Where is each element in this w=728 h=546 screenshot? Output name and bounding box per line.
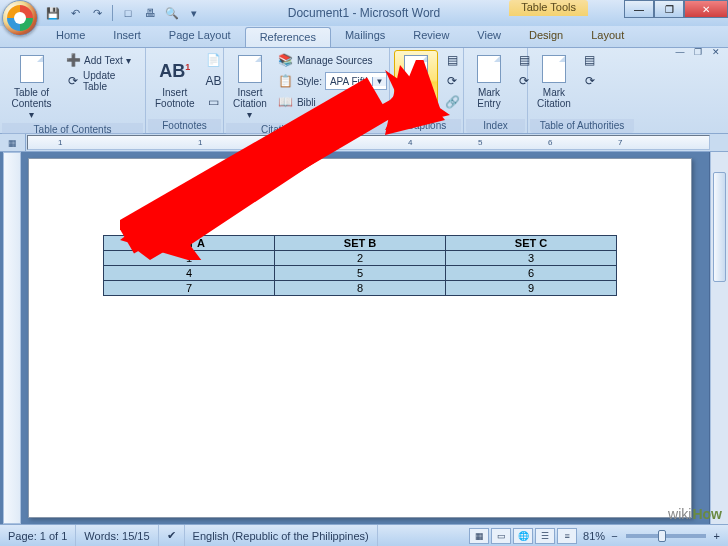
minimize-button[interactable]: ― [624,0,654,18]
table-of-contents-button[interactable]: Table of Contents ▾ [4,50,59,123]
document-table[interactable]: SET A SET B SET C 1 2 3 4 5 6 7 8 9 [103,235,617,296]
tof-icon: ▤ [444,52,460,68]
mdi-minimize[interactable]: ― [672,45,688,59]
qat-save[interactable]: 💾 [44,4,62,22]
table-cell[interactable]: 8 [275,281,446,296]
tab-mailings[interactable]: Mailings [331,26,399,47]
table-cell[interactable]: 7 [104,281,275,296]
qat-new[interactable]: □ [119,4,137,22]
group-label-index: Index [466,119,525,133]
bibliography-button[interactable]: 📖Bibli [275,92,390,112]
table-header-cell[interactable]: SET B [275,236,446,251]
view-draft[interactable]: ≡ [557,528,577,544]
tab-references[interactable]: References [245,27,331,47]
mdi-close[interactable]: ✕ [708,45,724,59]
mark-entry-button[interactable]: Mark Entry [468,50,510,112]
tab-design[interactable]: Design [515,26,577,47]
view-full-screen[interactable]: ▭ [491,528,511,544]
cross-reference-button[interactable]: 🔗 [441,92,463,112]
update-table-button[interactable]: ⟳Update Table [62,71,141,91]
style-icon: 📋 [278,73,294,89]
zoom-in-button[interactable]: + [714,530,720,542]
status-page[interactable]: Page: 1 of 1 [0,525,76,546]
qat-print[interactable]: 🖶 [141,4,159,22]
manage-sources-button[interactable]: 📚Manage Sources [275,50,390,70]
insert-caption-button[interactable]: Insert Caption [394,50,438,112]
table-row[interactable]: SET A SET B SET C [104,236,617,251]
view-print-layout[interactable]: ▦ [469,528,489,544]
qat-undo[interactable]: ↶ [66,4,84,22]
next-footnote-icon: AB [205,73,221,89]
table-cell[interactable]: 6 [446,266,617,281]
view-web-layout[interactable]: 🌐 [513,528,533,544]
qat-customize[interactable]: ▾ [185,4,203,22]
tab-view[interactable]: View [463,26,515,47]
status-proofing[interactable]: ✔ [159,525,185,546]
title-bar: 💾 ↶ ↷ □ 🖶 🔍 ▾ Document1 - Microsoft Word… [0,0,728,26]
tab-home[interactable]: Home [42,26,99,47]
watermark-wiki: wiki [668,506,691,522]
group-label-footnotes: Footnotes [148,119,221,133]
insert-footnote-button[interactable]: AB1 Insert Footnote [150,50,199,112]
table-cell[interactable]: 3 [446,251,617,266]
vertical-scrollbar[interactable] [710,152,728,524]
zoom-slider[interactable] [626,534,706,538]
insert-toa-button[interactable]: ▤ [579,50,601,70]
manage-sources-icon: 📚 [278,52,294,68]
mdi-restore[interactable]: ❐ [690,45,706,59]
ruler-tick: 7 [618,138,622,147]
wikihow-watermark: wikiHow [668,506,722,522]
table-row[interactable]: 4 5 6 [104,266,617,281]
document-page[interactable]: SET A SET B SET C 1 2 3 4 5 6 7 8 9 [28,158,692,518]
add-text-icon: ➕ [65,52,81,68]
bibliography-icon: 📖 [278,94,294,110]
tab-page-layout[interactable]: Page Layout [155,26,245,47]
table-header-cell[interactable]: SET C [446,236,617,251]
zoom-slider-thumb[interactable] [658,530,666,542]
zoom-out-button[interactable]: − [611,530,617,542]
table-row[interactable]: 7 8 9 [104,281,617,296]
horizontal-ruler[interactable]: 1 1 2 3 4 5 6 7 [27,135,710,150]
table-cell[interactable]: 2 [275,251,446,266]
ruler-corner[interactable]: ▦ [0,134,26,152]
view-outline[interactable]: ☰ [535,528,555,544]
office-button[interactable] [2,0,38,36]
vertical-ruler[interactable] [3,152,21,524]
table-header-cell[interactable]: SET A [104,236,275,251]
style-selector[interactable]: 📋 Style: APA Fiftl ▼ [275,71,390,91]
insert-citation-button[interactable]: Insert Citation ▾ [228,50,272,123]
style-combo[interactable]: APA Fiftl ▼ [325,72,387,90]
show-notes-button[interactable]: ▭ [202,92,224,112]
scrollbar-thumb[interactable] [713,172,726,282]
table-cell[interactable]: 9 [446,281,617,296]
table-cell[interactable]: 5 [275,266,446,281]
status-language[interactable]: English (Republic of the Philippines) [185,525,378,546]
document-scroll-area[interactable]: SET A SET B SET C 1 2 3 4 5 6 7 8 9 [0,152,710,524]
table-tools-contextual-tab-label: Table Tools [509,0,588,16]
group-table-of-contents: Table of Contents ▾ ➕Add Text ▾ ⟳Update … [0,48,146,133]
group-footnotes: AB1 Insert Footnote 📄 AB ▭ Footnotes [146,48,224,133]
qat-redo[interactable]: ↷ [88,4,106,22]
qat-preview[interactable]: 🔍 [163,4,181,22]
insert-table-of-figures-button[interactable]: ▤ [441,50,463,70]
table-cell[interactable]: 4 [104,266,275,281]
maximize-button[interactable]: ❐ [654,0,684,18]
tab-layout[interactable]: Layout [577,26,638,47]
tab-insert[interactable]: Insert [99,26,155,47]
zoom-level[interactable]: 81% [583,530,605,542]
qat-separator [112,5,113,21]
status-words[interactable]: Words: 15/15 [76,525,158,546]
update-toa-button[interactable]: ⟳ [579,71,601,91]
next-footnote-button[interactable]: AB [202,71,224,91]
close-button[interactable]: ✕ [684,0,728,18]
insert-endnote-button[interactable]: 📄 [202,50,224,70]
table-cell[interactable]: 1 [104,251,275,266]
mark-citation-button[interactable]: Mark Citation [532,50,576,112]
tab-review[interactable]: Review [399,26,463,47]
table-row[interactable]: 1 2 3 [104,251,617,266]
add-text-button[interactable]: ➕Add Text ▾ [62,50,141,70]
update-tof-button[interactable]: ⟳ [441,71,463,91]
style-dropdown-icon[interactable]: ▼ [372,77,386,86]
ruler-tick: 1 [198,138,202,147]
ruler-tick: 5 [478,138,482,147]
